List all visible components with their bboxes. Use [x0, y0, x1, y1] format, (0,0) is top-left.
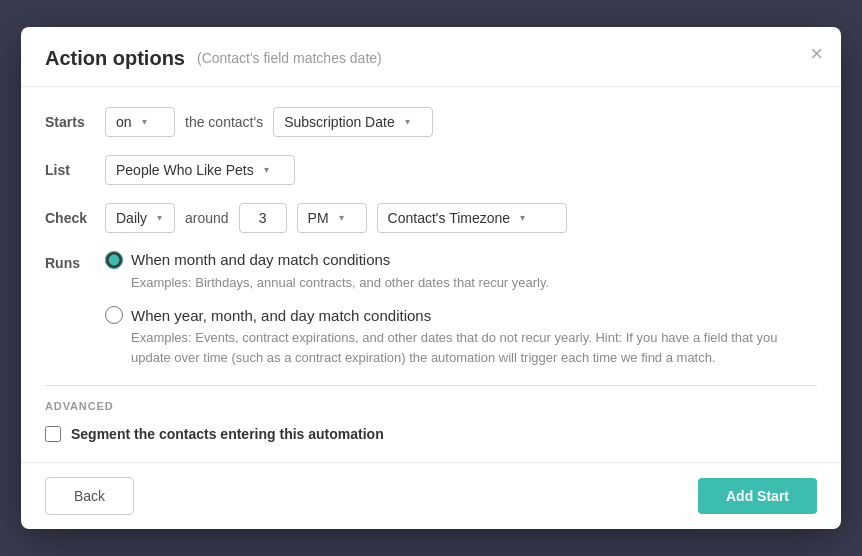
modal-header: Action options (Contact's field matches … [21, 27, 841, 87]
time-input[interactable] [239, 203, 287, 233]
list-dropdown[interactable]: People Who Like Pets ▾ [105, 155, 295, 185]
starts-connector: the contact's [185, 114, 263, 130]
timezone-dropdown[interactable]: Contact's Timezone ▾ [377, 203, 567, 233]
starts-row: Starts on ▾ the contact's Subscription D… [45, 107, 817, 137]
back-button[interactable]: Back [45, 477, 134, 515]
segment-checkbox[interactable] [45, 426, 61, 442]
runs-radio-2[interactable] [105, 306, 123, 324]
list-label: List [45, 162, 95, 178]
starts-on-dropdown[interactable]: on ▾ [105, 107, 175, 137]
runs-option-2-label: When year, month, and day match conditio… [131, 307, 431, 324]
modal-overlay: Action options (Contact's field matches … [0, 0, 862, 556]
chevron-down-icon: ▾ [339, 212, 344, 223]
chevron-down-icon: ▾ [405, 116, 410, 127]
advanced-label: ADVANCED [45, 400, 817, 412]
list-row: List People Who Like Pets ▾ [45, 155, 817, 185]
check-label: Check [45, 210, 95, 226]
segment-checkbox-row: Segment the contacts entering this autom… [45, 426, 817, 442]
runs-option-1-label: When month and day match conditions [131, 251, 390, 268]
add-start-button[interactable]: Add Start [698, 478, 817, 514]
segment-label: Segment the contacts entering this autom… [71, 426, 384, 442]
chevron-down-icon: ▾ [264, 164, 269, 175]
ampm-dropdown[interactable]: PM ▾ [297, 203, 367, 233]
chevron-down-icon: ▾ [520, 212, 525, 223]
chevron-down-icon: ▾ [157, 212, 162, 223]
modal: Action options (Contact's field matches … [21, 27, 841, 530]
runs-option-1: When month and day match conditions Exam… [105, 251, 817, 293]
runs-row: Runs When month and day match conditions… [45, 251, 817, 368]
modal-footer: Back Add Start [21, 462, 841, 529]
runs-option-1-desc: Examples: Birthdays, annual contracts, a… [131, 273, 817, 293]
starts-field-dropdown[interactable]: Subscription Date ▾ [273, 107, 433, 137]
starts-label: Starts [45, 114, 95, 130]
check-row: Check Daily ▾ around PM ▾ Contact's Time… [45, 203, 817, 233]
frequency-dropdown[interactable]: Daily ▾ [105, 203, 175, 233]
runs-label: Runs [45, 255, 95, 271]
advanced-section: ADVANCED Segment the contacts entering t… [45, 385, 817, 442]
modal-body: Starts on ▾ the contact's Subscription D… [21, 87, 841, 463]
runs-option-2-desc: Examples: Events, contract expirations, … [131, 328, 817, 367]
around-text: around [185, 210, 229, 226]
modal-title: Action options [45, 47, 185, 70]
runs-radio-1[interactable] [105, 251, 123, 269]
modal-subtitle: (Contact's field matches date) [197, 50, 382, 66]
runs-options: When month and day match conditions Exam… [105, 251, 817, 368]
close-button[interactable]: × [810, 43, 823, 65]
chevron-down-icon: ▾ [142, 116, 147, 127]
runs-option-2: When year, month, and day match conditio… [105, 306, 817, 367]
